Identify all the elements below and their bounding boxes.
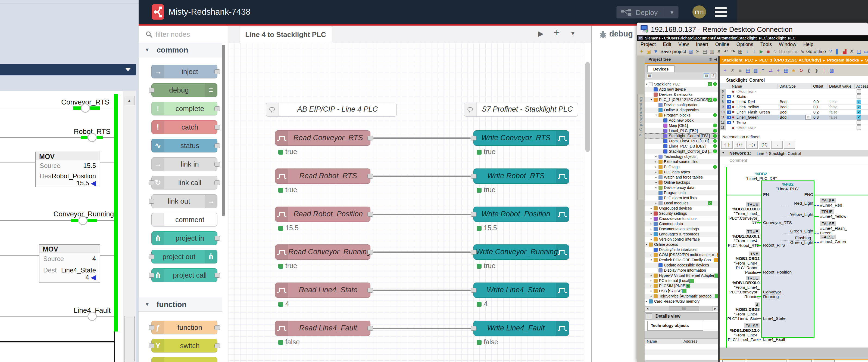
- tree-item[interactable]: Add new block: [645, 118, 718, 123]
- devices-tab[interactable]: Devices: [647, 65, 675, 73]
- column-header[interactable]: Name: [645, 339, 681, 344]
- table-row[interactable]: 13 ◄ <Add new> ▤: [720, 125, 868, 130]
- collapse-icon[interactable]: ⌄: [646, 313, 652, 320]
- tree-expander-icon[interactable]: ▸: [651, 284, 654, 287]
- editor-toolbar-icon[interactable]: ▥: [753, 68, 758, 74]
- operand-block[interactable]: TRUE %DB1.DBX0.1 "From_Line4_ PLC".Robot…: [726, 229, 760, 248]
- toolbar-icon[interactable]: ↑: [752, 49, 757, 54]
- tree-expander-icon[interactable]: ▸: [651, 238, 654, 241]
- rdp-titlebar[interactable]: 192.168.0.137 - Remote Desktop Connectio…: [637, 23, 868, 35]
- input-port[interactable]: [149, 343, 154, 348]
- palette-section-common[interactable]: ▾ common: [138, 43, 222, 57]
- output-port[interactable]: [214, 273, 220, 278]
- breadcrumb-item[interactable]: Stacklight_Co: [859, 58, 868, 63]
- tree-item[interactable]: ▸TeleService [Automatic protoco...: [645, 294, 718, 299]
- tree-item[interactable]: Device configuration: [645, 102, 718, 108]
- section-expander-icon[interactable]: ▼: [732, 120, 735, 123]
- canvas-scrollbar-track[interactable]: [584, 43, 591, 362]
- palette-search[interactable]: filter nodes: [138, 26, 228, 43]
- output-port[interactable]: [214, 143, 220, 148]
- tree-expander-icon[interactable]: ▸: [651, 212, 654, 215]
- write-node[interactable]: Write Conveyor_Running: [473, 244, 569, 260]
- source-value[interactable]: 4: [92, 255, 96, 263]
- palette-scrollbar-thumb[interactable]: [222, 45, 225, 216]
- operand-block[interactable]: TRUE #Line4_Yellow: [820, 209, 846, 219]
- tree-item[interactable]: ▸Cross-device functions: [645, 216, 718, 221]
- breadcrumb-item[interactable]: PLC_1 [CPU 1212C AC/DC/Rly]: [753, 58, 821, 63]
- tag-datatype[interactable]: Bool: [780, 110, 787, 114]
- lad-element-button[interactable]: ─( ): [746, 141, 758, 148]
- add-flow-button[interactable]: +: [554, 27, 560, 38]
- tag-name[interactable]: Temp: [737, 120, 746, 124]
- lad-editor[interactable]: No condition defined. ┤ ├┤/├─( )[??]→↱ ▼…: [720, 133, 868, 351]
- operand-block[interactable]: TRUE %DB1.DBX6.0 "From_Line4_ PLC".Conve…: [726, 276, 760, 299]
- tree-expander-icon[interactable]: ▾: [651, 98, 654, 101]
- tree-item[interactable]: ▸PLC data types: [645, 170, 718, 175]
- tree-expander-icon[interactable]: ▾: [646, 83, 649, 85]
- output-port[interactable]: [367, 212, 373, 217]
- accessible-checkbox[interactable]: [857, 120, 861, 124]
- input-port[interactable]: [149, 254, 154, 259]
- toolbar-icon[interactable]: ▨: [688, 49, 693, 54]
- tree-expander-icon[interactable]: ▸: [655, 176, 658, 178]
- table-row[interactable]: 12 ◄ ▼ Temp ▤: [720, 120, 868, 125]
- dest-tag[interactable]: Line4_State: [61, 267, 96, 274]
- tree-item[interactable]: ▾Program blocks: [645, 113, 718, 118]
- toolbar-icon[interactable]: ◫: [856, 49, 862, 54]
- comment-node[interactable]: S7 Profinet - Stacklight PLC: [464, 103, 578, 116]
- toolbar-icon[interactable]: ▣: [646, 49, 651, 54]
- toolbar-icon[interactable]: ■: [766, 49, 771, 54]
- toolbar-icon[interactable]: ↷: [731, 49, 736, 54]
- accessible-checkbox[interactable]: [857, 94, 861, 99]
- toolbar-icon[interactable]: ↶: [723, 49, 729, 54]
- input-port[interactable]: [149, 199, 154, 203]
- lad-element-button[interactable]: [??]: [759, 141, 770, 148]
- deploy-dropdown-caret[interactable]: ▾: [671, 9, 674, 16]
- tree-item[interactable]: ▸Security settings: [645, 211, 718, 216]
- tree-item[interactable]: ▸Ungrouped devices: [645, 206, 718, 211]
- tree-expander-icon[interactable]: ▸: [655, 202, 658, 204]
- lad-element-button[interactable]: ↱: [784, 141, 795, 148]
- output-port[interactable]: [214, 343, 220, 348]
- scroll-up-button[interactable]: ▲: [124, 96, 135, 105]
- read-node[interactable]: Read Line4_State: [275, 282, 370, 298]
- tree-item[interactable]: ▸Version control interface: [645, 237, 718, 242]
- dest-tag[interactable]: Robot_Position: [52, 172, 96, 180]
- tag-name[interactable]: Line4_Red: [737, 100, 755, 104]
- output-port[interactable]: [214, 162, 220, 167]
- input-port[interactable]: [149, 180, 154, 185]
- go-online-button[interactable]: Go online: [779, 49, 799, 54]
- tag-name[interactable]: <Add new>: [737, 126, 756, 130]
- tree-item[interactable]: Display/hide interfaces: [645, 247, 718, 252]
- operand-block[interactable]: FALSE #Line4_Flash_ Green: [820, 221, 847, 235]
- output-coil[interactable]: [88, 312, 97, 321]
- palette-node[interactable]: Y switch: [151, 339, 217, 353]
- write-node[interactable]: Write Line4_Fault: [473, 321, 569, 336]
- menu-item[interactable]: Edit: [663, 41, 671, 47]
- canvas-scrollbar-thumb[interactable]: [585, 62, 590, 152]
- read-node[interactable]: Read Conveyor_Running: [275, 244, 370, 260]
- read-node[interactable]: Read Conveyor_RTS: [275, 130, 370, 146]
- tree-expander-icon[interactable]: ▸: [655, 186, 658, 189]
- table-row[interactable]: 6 ◄ <Add new> ▤: [720, 89, 868, 94]
- tree-item[interactable]: ▸PLCSIM [PN/IE]: [645, 283, 718, 288]
- tree-item[interactable]: Add new device: [645, 87, 718, 92]
- table-row[interactable]: 8 ◄ Line4_Red Bool ▤ 0.0 false: [720, 99, 868, 105]
- tag-datatype[interactable]: Bool: [780, 100, 787, 104]
- tree-expander-icon[interactable]: ▸: [655, 166, 658, 168]
- tree-item[interactable]: ▸Online backups: [645, 180, 718, 185]
- output-coil[interactable]: [88, 133, 97, 142]
- editor-toolbar-icon[interactable]: ✗: [730, 68, 735, 74]
- tag-default-value[interactable]: false: [829, 100, 838, 104]
- network-title[interactable]: Line 4 Stacklight Control: [756, 151, 801, 156]
- palette-node[interactable]: ! complete: [151, 102, 217, 115]
- operand-block[interactable]: TRUE %DB1.DBX0.0 "From_Line4_ PLC".Conve…: [726, 202, 760, 225]
- tree-item[interactable]: Display more information: [645, 268, 718, 273]
- palette-node[interactable]: ⋔ project out: [151, 250, 217, 263]
- output-port[interactable]: [367, 288, 373, 293]
- editor-toolbar-icon[interactable]: ⇄: [768, 68, 773, 74]
- tree-item[interactable]: ▸PLC tags: [645, 164, 718, 170]
- ladder-scrollbar-thumb[interactable]: [124, 316, 134, 362]
- network-comment[interactable]: Comment: [730, 158, 747, 163]
- tree-expander-icon[interactable]: ▸: [651, 207, 654, 210]
